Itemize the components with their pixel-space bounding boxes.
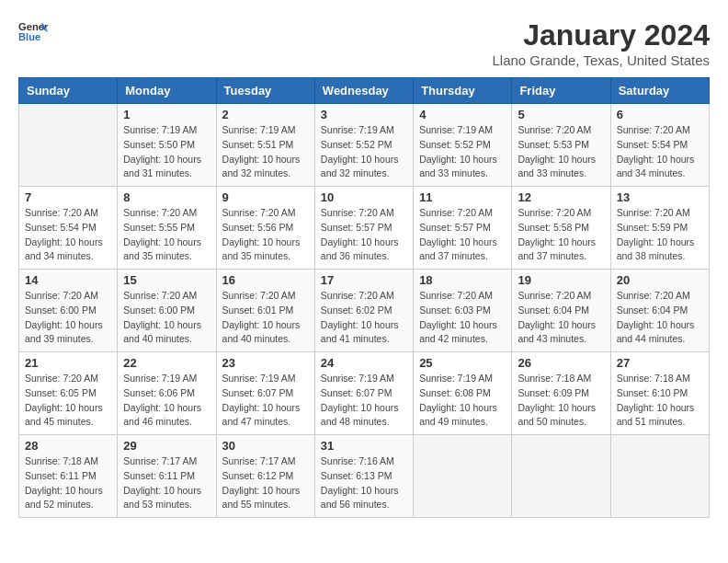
day-number: 21 [25,356,111,370]
calendar-table: SundayMondayTuesdayWednesdayThursdayFrid… [18,77,710,518]
day-info: Sunrise: 7:17 AMSunset: 6:12 PMDaylight:… [222,454,309,512]
day-info: Sunrise: 7:19 AMSunset: 6:08 PMDaylight:… [419,372,506,430]
day-number: 4 [419,108,506,121]
day-number: 17 [321,273,407,287]
day-number: 13 [617,190,703,204]
day-info: Sunrise: 7:18 AMSunset: 6:09 PMDaylight:… [518,372,604,430]
day-info: Sunrise: 7:20 AMSunset: 6:00 PMDaylight:… [123,289,210,347]
week-row-1: 1Sunrise: 7:19 AMSunset: 5:50 PMDaylight… [19,104,710,187]
day-cell: 7Sunrise: 7:20 AMSunset: 5:54 PMDaylight… [19,187,118,270]
day-info: Sunrise: 7:19 AMSunset: 6:06 PMDaylight:… [123,372,210,430]
day-number: 26 [518,356,604,370]
day-number: 1 [123,108,210,121]
page-header: General Blue January 2024 Llano Grande, … [18,18,710,68]
day-info: Sunrise: 7:20 AMSunset: 6:04 PMDaylight:… [518,289,604,347]
logo-icon: General Blue [18,18,48,44]
day-cell: 20Sunrise: 7:20 AMSunset: 6:04 PMDayligh… [610,270,709,352]
day-number: 27 [617,356,703,370]
weekday-header-tuesday: Tuesday [216,78,314,104]
day-number: 20 [617,273,703,287]
day-cell: 31Sunrise: 7:16 AMSunset: 6:13 PMDayligh… [314,435,413,518]
logo: General Blue [18,18,48,44]
day-number: 3 [321,108,407,121]
day-number: 24 [321,356,407,370]
day-cell [512,435,610,518]
day-info: Sunrise: 7:20 AMSunset: 5:57 PMDaylight:… [419,206,506,264]
day-cell: 4Sunrise: 7:19 AMSunset: 5:52 PMDaylight… [414,104,512,187]
day-number: 7 [25,190,111,204]
day-number: 14 [25,273,111,287]
day-cell: 12Sunrise: 7:20 AMSunset: 5:58 PMDayligh… [512,187,610,270]
day-number: 12 [518,190,604,204]
day-number: 6 [617,108,703,121]
day-info: Sunrise: 7:19 AMSunset: 5:52 PMDaylight:… [419,123,506,181]
day-number: 16 [222,273,309,287]
day-cell [414,435,512,518]
day-cell: 6Sunrise: 7:20 AMSunset: 5:54 PMDaylight… [610,104,709,187]
day-info: Sunrise: 7:19 AMSunset: 5:50 PMDaylight:… [123,123,210,181]
day-cell: 16Sunrise: 7:20 AMSunset: 6:01 PMDayligh… [216,270,314,352]
day-cell: 25Sunrise: 7:19 AMSunset: 6:08 PMDayligh… [414,352,512,435]
day-cell: 9Sunrise: 7:20 AMSunset: 5:56 PMDaylight… [216,187,314,270]
day-cell [610,435,709,518]
week-row-5: 28Sunrise: 7:18 AMSunset: 6:11 PMDayligh… [19,435,710,518]
day-cell: 23Sunrise: 7:19 AMSunset: 6:07 PMDayligh… [216,352,314,435]
month-title: January 2024 [492,18,710,52]
day-number: 11 [419,190,506,204]
week-row-2: 7Sunrise: 7:20 AMSunset: 5:54 PMDaylight… [19,187,710,270]
day-cell: 2Sunrise: 7:19 AMSunset: 5:51 PMDaylight… [216,104,314,187]
weekday-header-thursday: Thursday [414,78,512,104]
day-info: Sunrise: 7:16 AMSunset: 6:13 PMDaylight:… [321,454,407,512]
weekday-header-wednesday: Wednesday [314,78,413,104]
weekday-header-saturday: Saturday [610,78,709,104]
day-cell: 30Sunrise: 7:17 AMSunset: 6:12 PMDayligh… [216,435,314,518]
day-number: 9 [222,190,309,204]
day-cell: 27Sunrise: 7:18 AMSunset: 6:10 PMDayligh… [610,352,709,435]
day-info: Sunrise: 7:20 AMSunset: 6:05 PMDaylight:… [25,372,111,430]
day-info: Sunrise: 7:20 AMSunset: 5:54 PMDaylight:… [25,206,111,264]
location: Llano Grande, Texas, United States [492,52,710,68]
day-number: 2 [222,108,309,121]
day-cell: 24Sunrise: 7:19 AMSunset: 6:07 PMDayligh… [314,352,413,435]
day-cell: 21Sunrise: 7:20 AMSunset: 6:05 PMDayligh… [19,352,118,435]
day-info: Sunrise: 7:20 AMSunset: 6:01 PMDaylight:… [222,289,309,347]
day-info: Sunrise: 7:20 AMSunset: 6:03 PMDaylight:… [419,289,506,347]
day-number: 31 [321,439,407,453]
day-number: 10 [321,190,407,204]
day-info: Sunrise: 7:19 AMSunset: 6:07 PMDaylight:… [222,372,309,430]
day-cell: 10Sunrise: 7:20 AMSunset: 5:57 PMDayligh… [314,187,413,270]
day-number: 25 [419,356,506,370]
day-info: Sunrise: 7:20 AMSunset: 6:00 PMDaylight:… [25,289,111,347]
title-section: January 2024 Llano Grande, Texas, United… [492,18,710,68]
day-info: Sunrise: 7:20 AMSunset: 5:57 PMDaylight:… [321,206,407,264]
day-cell: 28Sunrise: 7:18 AMSunset: 6:11 PMDayligh… [19,435,118,518]
day-info: Sunrise: 7:18 AMSunset: 6:11 PMDaylight:… [25,454,111,512]
day-info: Sunrise: 7:20 AMSunset: 5:58 PMDaylight:… [518,206,604,264]
day-number: 8 [123,190,210,204]
weekday-header-sunday: Sunday [19,78,118,104]
day-cell: 14Sunrise: 7:20 AMSunset: 6:00 PMDayligh… [19,270,118,352]
day-cell: 11Sunrise: 7:20 AMSunset: 5:57 PMDayligh… [414,187,512,270]
day-info: Sunrise: 7:19 AMSunset: 5:51 PMDaylight:… [222,123,309,181]
day-info: Sunrise: 7:20 AMSunset: 6:04 PMDaylight:… [617,289,703,347]
day-info: Sunrise: 7:20 AMSunset: 5:55 PMDaylight:… [123,206,210,264]
day-cell: 8Sunrise: 7:20 AMSunset: 5:55 PMDaylight… [118,187,216,270]
day-number: 19 [518,273,604,287]
day-number: 23 [222,356,309,370]
day-number: 5 [518,108,604,121]
day-info: Sunrise: 7:19 AMSunset: 6:07 PMDaylight:… [321,372,407,430]
day-info: Sunrise: 7:20 AMSunset: 5:54 PMDaylight:… [617,123,703,181]
day-cell: 13Sunrise: 7:20 AMSunset: 5:59 PMDayligh… [610,187,709,270]
day-info: Sunrise: 7:20 AMSunset: 5:59 PMDaylight:… [617,206,703,264]
day-cell: 26Sunrise: 7:18 AMSunset: 6:09 PMDayligh… [512,352,610,435]
day-cell: 29Sunrise: 7:17 AMSunset: 6:11 PMDayligh… [118,435,216,518]
day-cell: 17Sunrise: 7:20 AMSunset: 6:02 PMDayligh… [314,270,413,352]
weekday-header-friday: Friday [512,78,610,104]
svg-text:Blue: Blue [18,31,40,42]
day-number: 15 [123,273,210,287]
day-number: 22 [123,356,210,370]
day-cell: 22Sunrise: 7:19 AMSunset: 6:06 PMDayligh… [118,352,216,435]
day-cell [19,104,118,187]
day-info: Sunrise: 7:17 AMSunset: 6:11 PMDaylight:… [123,454,210,512]
weekday-header-monday: Monday [118,78,216,104]
